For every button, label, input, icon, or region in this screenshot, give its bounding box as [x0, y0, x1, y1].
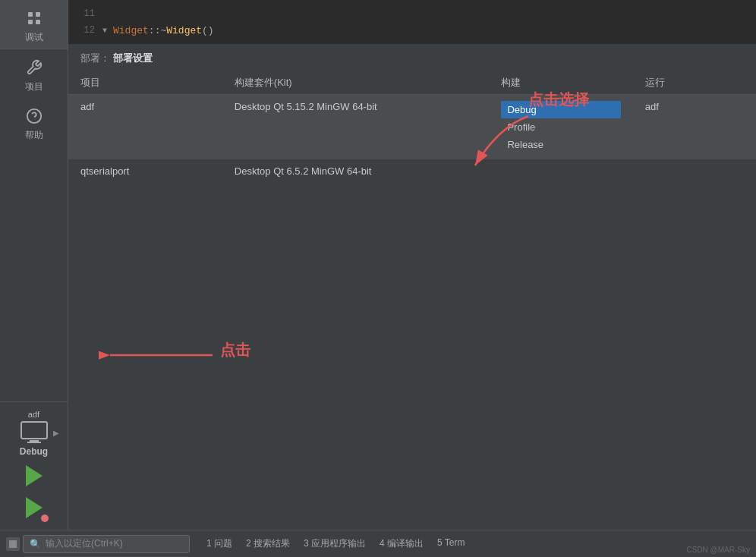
- deploy-header: 部署： 部署设置: [68, 44, 756, 71]
- col-header-run: 运行: [633, 71, 756, 95]
- build-option-debug[interactable]: Debug: [501, 101, 620, 118]
- tab-problems[interactable]: 1 问题: [200, 536, 238, 552]
- monitor-icon: [20, 420, 49, 445]
- stop-square-icon: [9, 540, 17, 548]
- run-adf: adf: [633, 95, 756, 160]
- sidebar-help-label: 帮助: [25, 129, 43, 142]
- status-tabs: 1 问题 2 搜索结果 3 应用程序输出 4 编译输出 5 Term: [200, 536, 471, 552]
- tab-app-output[interactable]: 3 应用程序输出: [298, 536, 372, 552]
- arrow-click-icon: [99, 340, 220, 370]
- help-icon: [24, 105, 45, 127]
- run-button[interactable]: [21, 463, 47, 489]
- project-name-qtserial: qtserialport: [68, 159, 222, 183]
- tab-search[interactable]: 2 搜索结果: [240, 536, 296, 552]
- debug-dot-icon: [41, 515, 49, 522]
- svg-rect-0: [28, 12, 33, 17]
- sidebar-arrow-right: ▶: [53, 429, 59, 437]
- tab-terminal[interactable]: 5 Term: [431, 536, 471, 552]
- svg-rect-3: [36, 20, 40, 24]
- status-bar: 🔍 输入以定位(Ctrl+K) 1 问题 2 搜索结果 3 应用程序输出 4 编…: [0, 530, 756, 557]
- build-option-profile[interactable]: Profile: [501, 118, 620, 136]
- stop-button[interactable]: [6, 537, 20, 551]
- svg-rect-7: [30, 440, 39, 442]
- search-box[interactable]: 🔍 输入以定位(Ctrl+K): [23, 535, 190, 553]
- build-options-adf: Debug Profile Release: [501, 101, 620, 153]
- search-icon: 🔍: [30, 539, 41, 549]
- svg-rect-1: [36, 12, 40, 17]
- kit-qtserial: Desktop Qt 6.5.2 MinGW 64-bit: [222, 159, 490, 183]
- sidebar-item-project[interactable]: 项目: [0, 49, 68, 98]
- code-line-11: 11: [68, 5, 756, 22]
- sidebar-item-help[interactable]: 帮助: [0, 98, 68, 146]
- svg-rect-8: [27, 442, 41, 443]
- project-name-adf: adf: [68, 95, 222, 160]
- kit-adf: Desktop Qt 5.15.2 MinGW 64-bit: [222, 95, 490, 160]
- annotation-click: 点击: [220, 340, 250, 360]
- search-placeholder-text: 输入以定位(Ctrl+K): [46, 537, 123, 550]
- col-header-build: 构建: [489, 71, 632, 95]
- watermark-text: CSDN @MAR-Sky: [687, 546, 751, 554]
- play-triangle-icon: [26, 465, 43, 486]
- build-option-release[interactable]: Release: [501, 136, 620, 153]
- bug-icon: [24, 8, 45, 29]
- project-name-label: adf: [28, 410, 39, 419]
- table-row: adf Desktop Qt 5.15.2 MinGW 64-bit Debug…: [68, 95, 756, 160]
- debug-play-icon: [26, 497, 43, 518]
- code-editor-preview: 11 12 ▼ Widget::~Widget(): [68, 0, 756, 44]
- debug-mode-label: Debug: [20, 446, 48, 457]
- table-row: qtserialport Desktop Qt 6.5.2 MinGW 64-b…: [68, 159, 756, 183]
- sidebar-project-label: 项目: [25, 80, 43, 93]
- col-header-kit: 构建套件(Kit): [222, 71, 490, 95]
- sidebar-item-debug[interactable]: 调试: [0, 0, 68, 49]
- col-header-project: 项目: [68, 71, 222, 95]
- svg-rect-2: [28, 20, 33, 24]
- debug-run-button[interactable]: [21, 495, 47, 521]
- sidebar: 调试 项目 帮助 adf: [0, 0, 68, 557]
- svg-rect-6: [21, 422, 47, 439]
- sidebar-debug-label: 调试: [25, 31, 43, 44]
- deploy-title: 部署设置: [113, 52, 153, 64]
- table-header-row: 项目 构建套件(Kit) 构建 运行: [68, 71, 756, 95]
- main-panel: 部署： 部署设置 项目 构建套件(Kit) 构建 运行 adf Desktop …: [68, 44, 756, 530]
- build-adf: Debug Profile Release: [489, 95, 632, 160]
- wrench-icon: [24, 57, 45, 78]
- tab-compile-output[interactable]: 4 编译输出: [373, 536, 430, 552]
- run-qtserial: [633, 159, 756, 183]
- code-line-12: 12 ▼ Widget::~Widget(): [68, 22, 756, 39]
- build-qtserial: [489, 159, 632, 183]
- deploy-table: 项目 构建套件(Kit) 构建 运行 adf Desktop Qt 5.15.2…: [68, 71, 756, 183]
